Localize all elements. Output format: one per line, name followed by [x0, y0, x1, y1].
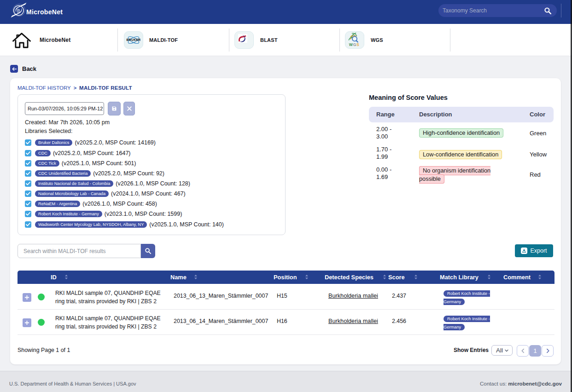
svg-text:G: G	[353, 42, 356, 46]
svg-text:S: S	[356, 42, 359, 46]
svg-text:BRUKER: BRUKER	[126, 38, 140, 41]
svg-text:W: W	[349, 42, 353, 46]
